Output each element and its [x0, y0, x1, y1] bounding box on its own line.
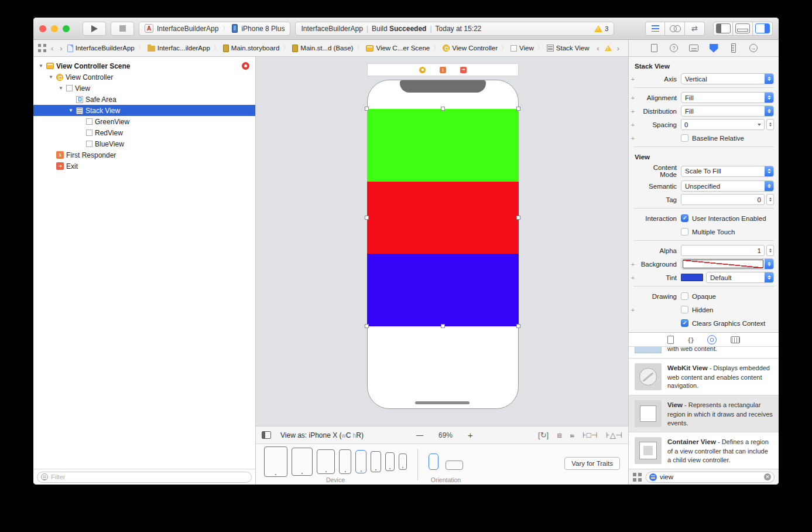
content-mode-popup[interactable]: Scale To Fill [681, 166, 774, 177]
stop-button[interactable] [111, 22, 134, 36]
breadcrumb-stack-view[interactable]: Stack View [547, 45, 590, 52]
add-trait-variation-button[interactable]: + [629, 76, 637, 83]
outline-filter-field[interactable] [37, 472, 252, 483]
alpha-field[interactable]: 1 [681, 245, 765, 256]
disclosure-triangle-icon[interactable]: ▼ [48, 74, 54, 80]
outline-row-view-controller[interactable]: ▼ View Controller [33, 71, 255, 83]
disclosure-triangle-icon[interactable]: ▼ [38, 63, 44, 69]
back-button[interactable]: ‹ [49, 44, 55, 53]
tint-popup[interactable]: Default [706, 272, 774, 283]
breadcrumb-storyboard[interactable]: Main.storyboard [223, 45, 279, 52]
semantic-popup[interactable]: Unspecified [681, 180, 774, 192]
version-editor-button[interactable]: ⇄ [685, 22, 705, 36]
breadcrumb-project[interactable]: InterfaceBuilderApp [67, 45, 135, 52]
library-item-view[interactable]: View - Represents a rectangular region i… [629, 395, 779, 432]
orientation-landscape-button[interactable] [446, 461, 463, 470]
outline-row-scene[interactable]: ▼ View Controller Scene [33, 60, 255, 71]
clear-color-well[interactable] [683, 260, 763, 268]
add-trait-variation-button[interactable]: + [629, 274, 637, 281]
align-icon[interactable]: ⫢ [570, 431, 574, 439]
breadcrumb-group[interactable]: Interfac...ilderApp [148, 45, 210, 52]
zoom-level[interactable]: 69% [438, 431, 453, 439]
toggle-inspectors-button[interactable] [753, 22, 773, 36]
library-item-webkit-view[interactable]: WebKit View - Displays embedded web cont… [629, 359, 779, 395]
library-item-partial[interactable]: with web content. [629, 347, 779, 359]
add-trait-variation-button[interactable]: + [629, 261, 637, 268]
distribution-popup[interactable]: Fill [681, 105, 774, 117]
selection-handle[interactable] [365, 216, 369, 220]
spacing-field[interactable]: 0 [681, 119, 765, 130]
device-ipad[interactable] [317, 449, 335, 474]
code-snippet-library-icon[interactable]: { } [688, 336, 693, 343]
outline-row-stack-view[interactable]: ▼ Stack View [33, 105, 255, 116]
add-constraints-icon[interactable]: ⊦□⊣ [583, 431, 598, 439]
outline-row-redview[interactable]: RedView [33, 127, 255, 138]
media-library-icon[interactable] [731, 336, 740, 343]
file-inspector-tab[interactable] [649, 43, 659, 53]
library-search-field[interactable]: ✕ [646, 472, 775, 483]
axis-popup[interactable]: Vertical [681, 73, 774, 84]
blue-view[interactable] [367, 254, 519, 326]
add-trait-variation-button[interactable]: + [629, 121, 637, 128]
assistant-editor-button[interactable] [665, 22, 685, 36]
red-view[interactable] [367, 182, 519, 254]
toggle-debug-area-button[interactable] [733, 22, 753, 36]
update-frames-icon[interactable]: [↻] [538, 431, 549, 439]
zoom-window-button[interactable] [63, 25, 70, 32]
outline-row-greenview[interactable]: GreenView [33, 116, 255, 127]
green-view[interactable] [367, 109, 519, 182]
filter-input[interactable] [51, 473, 248, 480]
add-trait-variation-button[interactable]: + [629, 94, 637, 101]
disclosure-triangle-icon[interactable]: ▼ [68, 108, 74, 113]
clears-graphics-checkbox[interactable] [681, 319, 688, 327]
selection-handle[interactable] [441, 324, 445, 328]
related-items-icon[interactable] [38, 44, 46, 52]
device-ipad-pro-10[interactable] [292, 448, 313, 476]
outline-row-first-responder[interactable]: 1 First Responder [33, 149, 255, 161]
warning-count-button[interactable]: 3 [594, 25, 608, 32]
selection-handle[interactable] [441, 107, 445, 111]
device-ipad-pro-12[interactable] [264, 446, 287, 477]
previous-issue-button[interactable]: ‹ [595, 44, 601, 53]
attributes-inspector-tab[interactable] [709, 43, 719, 53]
scheme-selector[interactable]: A InterfaceBuilderApp 〉 iPhone 8 Plus [139, 22, 290, 36]
breadcrumb-scene[interactable]: View C...er Scene [366, 45, 430, 52]
outline-row-view[interactable]: ▼ View [33, 83, 255, 94]
baseline-relative-checkbox[interactable] [681, 134, 688, 142]
opaque-checkbox[interactable] [681, 292, 688, 300]
selection-handle[interactable] [516, 324, 520, 328]
device-iphone-8[interactable] [371, 451, 381, 472]
tag-field[interactable]: 0 [681, 194, 765, 205]
minimize-window-button[interactable] [51, 25, 58, 32]
library-item-container-view[interactable]: Container View - Defines a region of a v… [629, 432, 779, 469]
alignment-popup[interactable]: Fill [681, 92, 774, 103]
selection-handle[interactable] [365, 107, 369, 111]
toggle-navigator-button[interactable] [713, 22, 733, 36]
orientation-portrait-button[interactable] [429, 453, 438, 470]
view-as-label[interactable]: View as: iPhone X (wC hR) [280, 431, 364, 439]
breadcrumb-storyboard-base[interactable]: Main.st...d (Base) [292, 45, 353, 52]
file-template-library-icon[interactable] [667, 336, 674, 344]
background-color-popup[interactable] [681, 258, 774, 270]
user-interaction-checkbox[interactable] [681, 214, 688, 222]
device-iphone-4s[interactable] [399, 453, 407, 470]
size-inspector-tab[interactable] [729, 43, 739, 53]
resolve-autolayout-icon[interactable]: ⊦△⊣ [606, 431, 622, 439]
library-grid-toggle-icon[interactable] [633, 473, 642, 482]
selection-handle[interactable] [516, 216, 520, 220]
add-trait-variation-button[interactable]: + [629, 306, 637, 313]
disclosure-triangle-icon[interactable]: ▼ [58, 86, 64, 91]
device-iphone-8-plus[interactable] [339, 449, 351, 474]
run-button[interactable] [83, 22, 106, 36]
view-controller-icon[interactable] [419, 67, 426, 73]
standard-editor-button[interactable] [645, 22, 665, 36]
object-library-icon[interactable] [707, 335, 717, 345]
error-badge-icon[interactable] [242, 62, 249, 70]
outline-row-blueview[interactable]: BlueView [33, 138, 255, 149]
warning-icon[interactable] [605, 45, 612, 51]
connections-inspector-tab[interactable]: → [749, 43, 759, 53]
quick-help-tab[interactable]: ? [669, 43, 679, 53]
outline-row-safe-area[interactable]: Safe Area [33, 94, 255, 105]
device-iphone-se[interactable] [385, 452, 395, 471]
alpha-stepper[interactable] [766, 245, 774, 256]
